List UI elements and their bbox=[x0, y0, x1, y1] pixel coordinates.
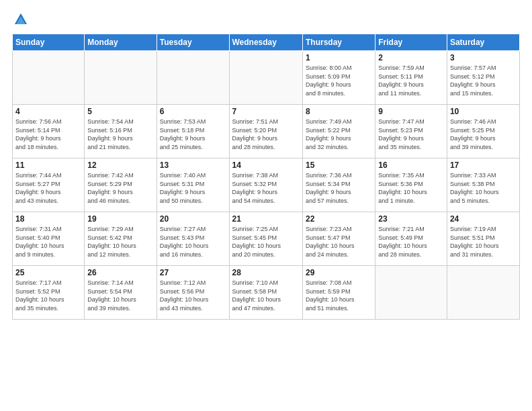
calendar-cell: 1Sunrise: 8:00 AMSunset: 5:09 PMDaylight… bbox=[302, 51, 375, 105]
day-number: 28 bbox=[232, 268, 300, 277]
calendar-cell: 19Sunrise: 7:29 AMSunset: 5:42 PMDayligh… bbox=[85, 212, 157, 266]
header-row: SundayMondayTuesdayWednesdayThursdayFrid… bbox=[13, 34, 520, 51]
day-number: 10 bbox=[450, 107, 517, 116]
day-info: Sunrise: 7:53 AMSunset: 5:18 PMDaylight:… bbox=[160, 118, 226, 151]
day-header: Tuesday bbox=[157, 34, 229, 51]
day-info: Sunrise: 7:23 AMSunset: 5:47 PMDaylight:… bbox=[306, 225, 372, 259]
calendar-cell: 12Sunrise: 7:42 AMSunset: 5:29 PMDayligh… bbox=[85, 158, 157, 212]
day-number: 1 bbox=[306, 53, 372, 62]
day-number: 24 bbox=[450, 214, 517, 224]
day-number: 12 bbox=[87, 161, 153, 170]
calendar-cell: 6Sunrise: 7:53 AMSunset: 5:18 PMDaylight… bbox=[157, 105, 229, 158]
day-info: Sunrise: 7:42 AMSunset: 5:29 PMDaylight:… bbox=[87, 171, 153, 205]
calendar-cell: 23Sunrise: 7:21 AMSunset: 5:49 PMDayligh… bbox=[375, 212, 447, 266]
calendar-cell: 22Sunrise: 7:23 AMSunset: 5:47 PMDayligh… bbox=[302, 212, 375, 266]
day-info: Sunrise: 7:25 AMSunset: 5:45 PMDaylight:… bbox=[232, 225, 300, 259]
day-info: Sunrise: 7:12 AMSunset: 5:56 PMDaylight:… bbox=[160, 279, 226, 312]
day-number: 17 bbox=[450, 161, 517, 170]
calendar-cell: 4Sunrise: 7:56 AMSunset: 5:14 PMDaylight… bbox=[13, 105, 85, 158]
day-info: Sunrise: 7:21 AMSunset: 5:49 PMDaylight:… bbox=[378, 225, 444, 259]
day-number: 14 bbox=[232, 161, 300, 170]
calendar-table: SundayMondayTuesdayWednesdayThursdayFrid… bbox=[12, 34, 520, 320]
day-info: Sunrise: 7:14 AMSunset: 5:54 PMDaylight:… bbox=[87, 279, 153, 312]
calendar-body: 1Sunrise: 8:00 AMSunset: 5:09 PMDaylight… bbox=[13, 51, 520, 320]
calendar-cell: 11Sunrise: 7:44 AMSunset: 5:27 PMDayligh… bbox=[13, 158, 85, 212]
day-header: Saturday bbox=[447, 34, 519, 51]
day-info: Sunrise: 7:27 AMSunset: 5:43 PMDaylight:… bbox=[160, 225, 226, 259]
day-number: 9 bbox=[378, 107, 444, 116]
day-number: 2 bbox=[378, 53, 444, 62]
calendar-cell: 18Sunrise: 7:31 AMSunset: 5:40 PMDayligh… bbox=[13, 212, 85, 266]
day-number: 29 bbox=[306, 268, 372, 277]
calendar-cell bbox=[13, 51, 85, 105]
day-number: 19 bbox=[87, 214, 153, 224]
day-number: 18 bbox=[15, 214, 81, 224]
day-info: Sunrise: 7:44 AMSunset: 5:27 PMDaylight:… bbox=[15, 171, 81, 205]
calendar-cell: 27Sunrise: 7:12 AMSunset: 5:56 PMDayligh… bbox=[157, 266, 229, 320]
calendar-cell: 17Sunrise: 7:33 AMSunset: 5:38 PMDayligh… bbox=[447, 158, 519, 212]
calendar-week-row: 25Sunrise: 7:17 AMSunset: 5:52 PMDayligh… bbox=[13, 266, 520, 320]
day-number: 23 bbox=[378, 214, 444, 224]
day-info: Sunrise: 7:08 AMSunset: 5:59 PMDaylight:… bbox=[306, 279, 372, 312]
day-header: Monday bbox=[85, 34, 157, 51]
day-number: 15 bbox=[306, 161, 372, 170]
calendar-cell: 10Sunrise: 7:46 AMSunset: 5:25 PMDayligh… bbox=[447, 105, 519, 158]
calendar-cell: 20Sunrise: 7:27 AMSunset: 5:43 PMDayligh… bbox=[157, 212, 229, 266]
day-info: Sunrise: 7:46 AMSunset: 5:25 PMDaylight:… bbox=[450, 118, 517, 151]
calendar-week-row: 11Sunrise: 7:44 AMSunset: 5:27 PMDayligh… bbox=[13, 158, 520, 212]
calendar-week-row: 1Sunrise: 8:00 AMSunset: 5:09 PMDaylight… bbox=[13, 51, 520, 105]
day-info: Sunrise: 7:31 AMSunset: 5:40 PMDaylight:… bbox=[15, 225, 81, 259]
day-header: Thursday bbox=[302, 34, 375, 51]
day-info: Sunrise: 7:38 AMSunset: 5:32 PMDaylight:… bbox=[232, 171, 300, 205]
day-info: Sunrise: 7:49 AMSunset: 5:22 PMDaylight:… bbox=[306, 118, 372, 151]
day-number: 6 bbox=[160, 107, 226, 116]
day-info: Sunrise: 7:47 AMSunset: 5:23 PMDaylight:… bbox=[378, 118, 444, 151]
day-number: 27 bbox=[160, 268, 226, 277]
calendar-cell: 16Sunrise: 7:35 AMSunset: 5:36 PMDayligh… bbox=[375, 158, 447, 212]
day-number: 21 bbox=[232, 214, 300, 224]
day-header: Sunday bbox=[13, 34, 85, 51]
calendar-cell: 15Sunrise: 7:36 AMSunset: 5:34 PMDayligh… bbox=[302, 158, 375, 212]
calendar-week-row: 4Sunrise: 7:56 AMSunset: 5:14 PMDaylight… bbox=[13, 105, 520, 158]
day-number: 13 bbox=[160, 161, 226, 170]
calendar-cell: 21Sunrise: 7:25 AMSunset: 5:45 PMDayligh… bbox=[229, 212, 302, 266]
day-info: Sunrise: 7:40 AMSunset: 5:31 PMDaylight:… bbox=[160, 171, 226, 205]
calendar-cell: 13Sunrise: 7:40 AMSunset: 5:31 PMDayligh… bbox=[157, 158, 229, 212]
calendar-cell: 2Sunrise: 7:59 AMSunset: 5:11 PMDaylight… bbox=[375, 51, 447, 105]
calendar-cell bbox=[85, 51, 157, 105]
calendar-cell bbox=[447, 266, 519, 320]
day-number: 22 bbox=[306, 214, 372, 224]
day-info: Sunrise: 7:57 AMSunset: 5:12 PMDaylight:… bbox=[450, 64, 517, 97]
calendar-cell: 14Sunrise: 7:38 AMSunset: 5:32 PMDayligh… bbox=[229, 158, 302, 212]
day-number: 7 bbox=[232, 107, 300, 116]
day-number: 20 bbox=[160, 214, 226, 224]
day-number: 16 bbox=[378, 161, 444, 170]
logo-icon bbox=[13, 12, 28, 27]
logo bbox=[12, 12, 28, 27]
day-info: Sunrise: 7:54 AMSunset: 5:16 PMDaylight:… bbox=[87, 118, 153, 151]
day-info: Sunrise: 7:17 AMSunset: 5:52 PMDaylight:… bbox=[15, 279, 81, 312]
day-number: 11 bbox=[15, 161, 81, 170]
header bbox=[12, 12, 520, 27]
day-info: Sunrise: 7:19 AMSunset: 5:51 PMDaylight:… bbox=[450, 225, 517, 259]
calendar-cell bbox=[157, 51, 229, 105]
day-number: 4 bbox=[15, 107, 81, 116]
day-header: Friday bbox=[375, 34, 447, 51]
calendar-cell bbox=[229, 51, 302, 105]
calendar-cell: 26Sunrise: 7:14 AMSunset: 5:54 PMDayligh… bbox=[85, 266, 157, 320]
calendar-cell: 25Sunrise: 7:17 AMSunset: 5:52 PMDayligh… bbox=[13, 266, 85, 320]
day-info: Sunrise: 7:51 AMSunset: 5:20 PMDaylight:… bbox=[232, 118, 300, 151]
calendar-cell bbox=[375, 266, 447, 320]
day-number: 26 bbox=[87, 268, 153, 277]
calendar-cell: 24Sunrise: 7:19 AMSunset: 5:51 PMDayligh… bbox=[447, 212, 519, 266]
day-info: Sunrise: 7:36 AMSunset: 5:34 PMDaylight:… bbox=[306, 171, 372, 205]
calendar-cell: 8Sunrise: 7:49 AMSunset: 5:22 PMDaylight… bbox=[302, 105, 375, 158]
calendar-cell: 3Sunrise: 7:57 AMSunset: 5:12 PMDaylight… bbox=[447, 51, 519, 105]
calendar-page: SundayMondayTuesdayWednesdayThursdayFrid… bbox=[0, 0, 532, 326]
day-info: Sunrise: 7:56 AMSunset: 5:14 PMDaylight:… bbox=[15, 118, 81, 151]
day-number: 3 bbox=[450, 53, 517, 62]
calendar-cell: 7Sunrise: 7:51 AMSunset: 5:20 PMDaylight… bbox=[229, 105, 302, 158]
calendar-cell: 29Sunrise: 7:08 AMSunset: 5:59 PMDayligh… bbox=[302, 266, 375, 320]
day-header: Wednesday bbox=[229, 34, 302, 51]
day-info: Sunrise: 7:59 AMSunset: 5:11 PMDaylight:… bbox=[378, 64, 444, 97]
